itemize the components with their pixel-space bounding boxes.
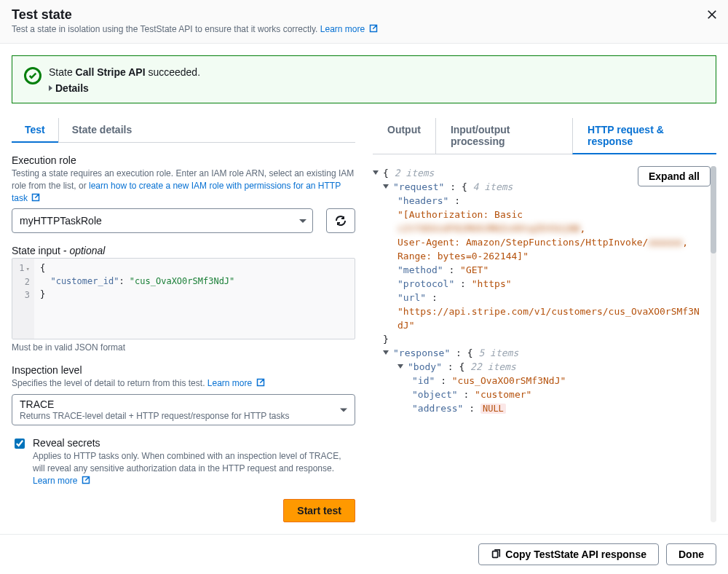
success-banner: State Call Stripe API succeeded. Details (12, 55, 716, 103)
state-input-hint: Must be in valid JSON format (12, 342, 355, 353)
left-tabs: Test State details (12, 118, 355, 143)
tab-io-processing[interactable]: Input/output processing (435, 118, 572, 154)
tab-http[interactable]: HTTP request & response (572, 118, 716, 154)
start-test-button[interactable]: Start test (283, 499, 355, 522)
dialog-subtitle: Test a state in isolation using the Test… (12, 24, 716, 34)
reveal-secrets-checkbox[interactable] (15, 439, 25, 449)
line-number-gutter: 1▾ 2 3 (12, 259, 34, 339)
state-input-editor[interactable]: 1▾ 2 3 { "customer_id": "cus_OvaXO0rSMf3… (12, 258, 355, 339)
right-panel: Output Input/output processing HTTP requ… (373, 118, 716, 522)
external-link-icon (256, 378, 265, 387)
left-panel: Test State details Execution role Testin… (12, 118, 355, 522)
tab-test[interactable]: Test (12, 118, 58, 143)
details-toggle[interactable]: Details (49, 82, 200, 94)
reveal-learn-more-link[interactable]: Learn more (33, 476, 90, 486)
inspection-level-select[interactable]: TRACE Returns TRACE-level detail + HTTP … (12, 394, 355, 425)
copy-response-button[interactable]: Copy TestState API response (478, 543, 659, 565)
inspection-learn-more-link[interactable]: Learn more (207, 378, 265, 388)
learn-more-link[interactable]: Learn more (320, 24, 378, 34)
tab-state-details[interactable]: State details (58, 118, 145, 142)
toggle-icon[interactable] (373, 170, 379, 175)
scrollbar-thumb[interactable] (711, 166, 716, 253)
inspection-level-section: Inspection level Specifies the level of … (12, 364, 355, 425)
caret-right-icon (49, 85, 52, 91)
reveal-secrets-section: Reveal secrets Applies to HTTP tasks onl… (12, 437, 355, 487)
state-input-label: State input - optional (12, 245, 355, 256)
dialog-header: Test state Test a state in isolation usi… (0, 0, 728, 44)
dialog-content: State Call Stripe API succeeded. Details… (0, 44, 728, 534)
right-tabs: Output Input/output processing HTTP requ… (373, 118, 716, 154)
external-link-icon (82, 476, 90, 484)
copy-icon (491, 549, 501, 559)
execution-role-value: myHTTPTaskRole (20, 215, 102, 227)
external-link-icon (369, 24, 378, 33)
reveal-secrets-desc: Applies to HTTP tasks only. When combine… (33, 450, 355, 487)
toggle-icon[interactable] (383, 350, 389, 355)
tab-output[interactable]: Output (373, 118, 435, 154)
dialog-title: Test state (12, 7, 716, 23)
success-message: State Call Stripe API succeeded. (49, 66, 200, 78)
done-button[interactable]: Done (666, 543, 716, 565)
svg-rect-0 (493, 551, 498, 558)
state-input-section: State input - optional 1▾ 2 3 { "custome… (12, 245, 355, 353)
reveal-secrets-title: Reveal secrets (33, 437, 355, 449)
toggle-icon[interactable] (397, 364, 403, 369)
chevron-down-icon (299, 219, 306, 223)
close-button[interactable] (705, 7, 719, 22)
external-link-icon (31, 193, 40, 202)
refresh-icon (335, 215, 347, 227)
execution-role-select[interactable]: myHTTPTaskRole (12, 208, 313, 233)
execution-role-section: Execution role Testing a state requires … (12, 154, 355, 233)
scrollbar[interactable] (711, 166, 716, 522)
execution-role-label: Execution role (12, 154, 355, 166)
dialog-footer: Copy TestState API response Done (0, 534, 728, 574)
inspection-level-label: Inspection level (12, 364, 355, 376)
inspection-level-help: Specifies the level of detail to return … (12, 377, 355, 390)
expand-all-button[interactable]: Expand all (638, 166, 711, 186)
json-viewer[interactable]: { 2 items "request" : { 4 items "headers… (373, 166, 706, 522)
refresh-roles-button[interactable] (326, 208, 355, 233)
execution-role-help: Testing a state requires an execution ro… (12, 168, 355, 204)
close-icon (707, 9, 717, 20)
inspection-level-desc: Returns TRACE-level detail + HTTP reques… (20, 411, 334, 421)
inspection-level-value: TRACE (20, 398, 334, 410)
success-icon (24, 67, 41, 84)
chevron-down-icon (340, 408, 347, 412)
toggle-icon[interactable] (383, 184, 389, 189)
